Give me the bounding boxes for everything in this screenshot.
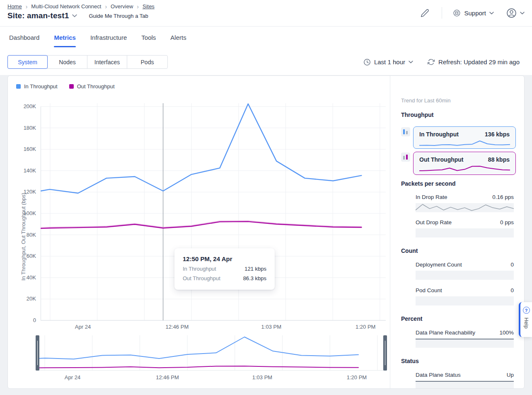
tab-alerts[interactable]: Alerts [170, 34, 186, 41]
y-axis-tick: 100K [8, 210, 36, 217]
section-title-status: Status [401, 358, 419, 364]
breadcrumb-home-link[interactable]: Home [7, 3, 22, 10]
refresh-label: Refresh: Updated 29 min ago [438, 58, 520, 65]
metric-pod-count: Pod Count 0 [416, 287, 514, 293]
y-axis-tick: 180K [8, 125, 36, 131]
help-label: Help [523, 317, 530, 329]
metric-label: In Drop Rate [416, 194, 447, 200]
out-throughput-card[interactable]: Out Throughput 88 kbps [413, 152, 516, 175]
top-header-band: Home › Multi-Cloud Network Connect › Ove… [0, 0, 532, 75]
y-axis-tick: 120K [8, 189, 36, 195]
guide-me-link[interactable]: Guide Me Through a Tab [89, 13, 148, 19]
legend-out-throughput[interactable]: Out Throughput [69, 83, 115, 90]
out-throughput-chart-toggle[interactable] [401, 153, 410, 162]
y-axis-ticks: 200K180K160K140K120K100K80K60K40K20K0 [8, 103, 36, 321]
metric-value: Up [507, 372, 514, 378]
navigator-axis-tick: 1:03 PM [244, 374, 281, 380]
metrics-card: In Throughput Out Throughput In Throughp… [7, 75, 525, 389]
metrics-subtabs: System Nodes Interfaces Pods [7, 55, 168, 69]
in-throughput-chart-toggle[interactable] [401, 127, 410, 136]
topbar-actions: Support [421, 6, 525, 20]
metric-in-drop-rate: In Drop Rate 0.16 pps [416, 194, 514, 200]
navigator-left-handle[interactable] [36, 335, 39, 371]
pen-icon[interactable] [421, 9, 429, 17]
metric-label: Data Plane Status [416, 372, 461, 378]
metric-data-plane-status: Data Plane Status Up [416, 372, 514, 378]
data-plane-status-sparkline [416, 381, 514, 388]
metric-value: 0.16 pps [492, 194, 514, 200]
refresh-button[interactable]: Refresh: Updated 29 min ago [428, 55, 520, 69]
section-title-count: Count [401, 247, 418, 254]
navigator-axis-tick: Apr 24 [54, 374, 91, 380]
support-icon [453, 9, 461, 17]
navigator-right-handle[interactable] [383, 335, 387, 371]
out-drop-rate-sparkline [416, 228, 514, 237]
out-throughput-sparkline [419, 165, 510, 172]
chevron-down-icon [409, 61, 413, 63]
site-title-row: Site: aman-test1 Guide Me Through a Tab [7, 11, 148, 20]
metric-value: 0 [510, 287, 514, 293]
support-menu[interactable]: Support [453, 9, 494, 17]
page-title: Site: aman-test1 [7, 11, 69, 20]
tab-tools[interactable]: Tools [141, 34, 156, 41]
bar-chart-icon [406, 131, 408, 134]
subtab-nodes[interactable]: Nodes [47, 55, 87, 69]
bar-chart-icon [403, 129, 405, 134]
clock-icon [363, 58, 371, 66]
metric-label: Pod Count [416, 287, 442, 293]
navigator-axis-tick: 1:20 PM [338, 374, 375, 380]
metric-value: 0 [510, 262, 514, 268]
legend-in-throughput[interactable]: In Throughput [16, 83, 58, 90]
breadcrumb-separator-icon: › [105, 4, 107, 10]
tab-dashboard[interactable]: Dashboard [9, 34, 39, 41]
support-label: Support [464, 10, 486, 17]
breadcrumb-separator-icon: › [26, 4, 28, 10]
tab-metrics[interactable]: Metrics [54, 34, 76, 41]
subtab-pods[interactable]: Pods [127, 55, 168, 69]
account-menu[interactable] [506, 8, 525, 18]
legend-swatch-out [69, 84, 74, 89]
bar-chart-icon [403, 156, 405, 160]
navigator-chart[interactable] [36, 335, 387, 371]
metric-deployment-count: Deployment Count 0 [416, 262, 514, 268]
out-throughput-card-label: Out Throughput [419, 156, 464, 163]
navigator-axis-tick: 12:46 PM [149, 374, 186, 380]
time-range-selector[interactable]: Last 1 hour [363, 55, 413, 69]
help-button[interactable]: ? Help [519, 302, 532, 337]
y-axis-tick: 200K [8, 103, 36, 110]
breadcrumb-sites-link[interactable]: Sites [143, 3, 155, 10]
y-axis-tick: 80K [8, 232, 36, 238]
tooltip-in-label: In Throughput [183, 266, 216, 272]
tab-infrastructure[interactable]: Infrastructure [90, 34, 127, 41]
in-throughput-card-label: In Throughput [419, 131, 459, 138]
subtab-interfaces[interactable]: Interfaces [87, 55, 127, 69]
in-throughput-sparkline [419, 140, 510, 146]
y-axis-tick: 40K [8, 274, 36, 281]
chart-legend: In Throughput Out Throughput [16, 83, 115, 90]
question-icon: ? [523, 307, 530, 314]
chart-tooltip: 12:50 PM, 24 Apr In Throughput 121 kbps … [174, 248, 275, 290]
y-axis-tick: 20K [8, 296, 36, 302]
x-axis-ticks: Apr 2412:46 PM1:03 PM1:20 PM [41, 324, 397, 331]
metric-out-drop-rate: Out Drop Rate 0 pps [416, 219, 514, 225]
subtab-system[interactable]: System [7, 55, 48, 69]
main-tabs: Dashboard Metrics Infrastructure Tools A… [9, 26, 186, 48]
in-throughput-card[interactable]: In Throughput 136 kbps [413, 126, 516, 149]
metric-label: Deployment Count [416, 262, 462, 268]
trend-panel-title: Trend for Last 60min [401, 97, 450, 104]
breadcrumb-multi-cloud-network-connect: Multi-Cloud Network Connect [31, 3, 101, 10]
tooltip-out-label: Out Throughput [183, 275, 220, 281]
tooltip-in-value: 121 kbps [244, 266, 266, 272]
y-axis-tick: 140K [8, 167, 36, 174]
chevron-down-icon [489, 12, 494, 15]
x-axis-tick: 1:03 PM [253, 324, 290, 330]
breadcrumb-separator-icon: › [137, 4, 139, 10]
breadcrumb-overview: Overview [111, 3, 133, 10]
y-axis-tick: 60K [8, 253, 36, 259]
tooltip-out-value: 86.3 kbps [243, 275, 266, 281]
metric-label: Data Plane Reachability [416, 330, 475, 336]
site-selector-chevron-icon[interactable] [72, 14, 77, 17]
section-title-packets: Packets per second [401, 180, 456, 187]
metric-value: 0 pps [500, 219, 514, 225]
refresh-icon [428, 58, 435, 65]
